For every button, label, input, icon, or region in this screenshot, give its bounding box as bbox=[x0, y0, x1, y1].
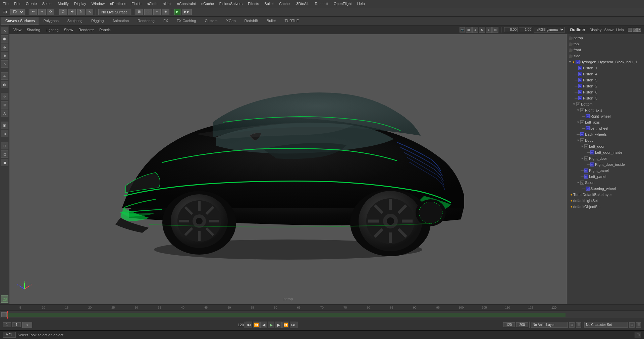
body-collapse-icon[interactable]: ▼ bbox=[577, 139, 580, 142]
vp-icon-isolate[interactable]: ◎ bbox=[492, 27, 498, 33]
menu-display[interactable]: Display bbox=[71, 1, 89, 6]
tab-curves-surfaces[interactable]: Curves / Surfaces bbox=[1, 17, 39, 25]
step-back-btn[interactable]: ◀ bbox=[260, 322, 267, 328]
menu-nhair[interactable]: nHair bbox=[160, 1, 174, 6]
status-right-btn[interactable]: ⊞ bbox=[635, 332, 641, 338]
outliner-row-left-door[interactable]: ▼ G Left_door bbox=[567, 143, 644, 149]
rotate-tool[interactable]: ↻ bbox=[1, 52, 8, 59]
outliner-row-piston6[interactable]: — M Piston_6 bbox=[567, 89, 644, 95]
jump-end-btn[interactable]: ⏭ bbox=[290, 322, 297, 328]
snap-tool[interactable]: ⊹ bbox=[1, 93, 8, 100]
scale-tool-btn[interactable]: ⤡ bbox=[86, 9, 93, 15]
outliner-row-body[interactable]: ▼ G Body bbox=[567, 137, 644, 143]
jump-start-btn[interactable]: ⏮ bbox=[246, 322, 252, 328]
measure-tool[interactable]: ⊞ bbox=[1, 101, 8, 109]
tab-sculpting[interactable]: Sculpting bbox=[63, 17, 87, 25]
tab-polygons[interactable]: Polygons bbox=[39, 17, 62, 25]
tab-turtle[interactable]: TURTLE bbox=[280, 17, 303, 25]
left-door-collapse-icon[interactable]: ▼ bbox=[581, 145, 584, 148]
vp-menu-renderer[interactable]: Renderer bbox=[76, 27, 96, 32]
outliner-row-right-axis[interactable]: ▼ G Right_axis bbox=[567, 107, 644, 113]
outliner-row-turtle[interactable]: ✦ TurtleDefaultBakeLayer bbox=[567, 192, 644, 198]
redo-btn[interactable]: ↪ bbox=[38, 9, 46, 15]
mel-tab[interactable]: MEL bbox=[3, 332, 16, 338]
tab-animation[interactable]: Animation bbox=[108, 17, 133, 25]
vp-menu-panels[interactable]: Panels bbox=[97, 27, 113, 32]
outliner-row-piston4[interactable]: — M Piston_4 bbox=[567, 71, 644, 77]
char-set-input[interactable]: No Character Set bbox=[584, 322, 628, 328]
outliner-row-right-door-inside[interactable]: — M Right_door_inside bbox=[567, 161, 644, 167]
outliner-camera-persp[interactable]: 🎥 persp bbox=[567, 35, 644, 41]
menu-help[interactable]: Help bbox=[355, 1, 368, 6]
render-region-tool[interactable]: ▣ bbox=[1, 122, 8, 129]
outliner-row-piston5[interactable]: — M Piston_5 bbox=[567, 77, 644, 83]
tab-custom[interactable]: Custom bbox=[201, 17, 222, 25]
snap-point-btn[interactable]: ⊹ bbox=[153, 9, 161, 15]
play-btn[interactable]: ▶ bbox=[268, 322, 274, 328]
outliner-row-piston3[interactable]: — M Piston_3 bbox=[567, 95, 644, 101]
select-tool[interactable]: ↖ bbox=[1, 27, 8, 34]
next-key-btn[interactable]: ⏩ bbox=[282, 322, 289, 328]
current-frame-input-left[interactable] bbox=[12, 322, 21, 327]
vp-icon-shade1[interactable]: 4 bbox=[472, 27, 478, 33]
right-door-collapse-icon[interactable]: ▼ bbox=[581, 157, 584, 160]
viewport[interactable]: View Shading Lighting Show Renderer Pane… bbox=[9, 25, 567, 304]
menu-create[interactable]: Create bbox=[23, 1, 40, 6]
outliner-row-bottom[interactable]: ▼ G Bottom bbox=[567, 101, 644, 107]
show-manipulator-tool[interactable]: ⊕ bbox=[1, 130, 8, 137]
outliner-row-right-panel[interactable]: — M Right_panel bbox=[567, 167, 644, 174]
outliner-row-steering-wheel[interactable]: — M Steering_wheel bbox=[567, 186, 644, 192]
menu-3dto-all[interactable]: -3DtoAll- bbox=[292, 1, 312, 6]
tab-fx[interactable]: FX bbox=[159, 17, 172, 25]
vp-icon-shade3[interactable]: 6 bbox=[486, 27, 492, 33]
menu-bullet[interactable]: Bullet bbox=[262, 1, 276, 6]
bottom-collapse-icon[interactable]: ▼ bbox=[573, 103, 576, 106]
vp-icon-grid[interactable]: ⊞ bbox=[466, 27, 472, 33]
scale-tool[interactable]: ⤡ bbox=[1, 60, 8, 68]
paint-tool[interactable]: ✏ bbox=[1, 72, 8, 80]
frame-max-input[interactable] bbox=[516, 322, 528, 327]
outliner-row-right-door[interactable]: ▼ G Right_door bbox=[567, 155, 644, 161]
char-set-icon-btn2[interactable]: ☰ bbox=[636, 322, 641, 328]
menu-fields-solvers[interactable]: Fields/Solvers bbox=[217, 1, 245, 6]
outliner-row-root[interactable]: ▼ ✦ M Hydrogen_Hypercar_Black_ncl1_1 bbox=[567, 59, 644, 65]
vp-icon-shade2[interactable]: 5 bbox=[479, 27, 485, 33]
move-tool-btn[interactable]: ✛ bbox=[68, 9, 76, 15]
salon-collapse-icon[interactable]: ▼ bbox=[577, 181, 580, 184]
vp-menu-show[interactable]: Show bbox=[62, 27, 75, 32]
step-fwd-btn[interactable]: ▶ bbox=[275, 322, 282, 328]
vp-color-space-select[interactable]: sRGB gamma bbox=[534, 27, 565, 32]
outliner-row-piston1[interactable]: — M Piston_1 bbox=[567, 65, 644, 71]
menu-effects[interactable]: Effects bbox=[245, 1, 262, 6]
outliner-close-btn[interactable]: × bbox=[637, 28, 641, 32]
menu-nconstraint[interactable]: nConstraint bbox=[174, 1, 199, 6]
outliner-menu-show[interactable]: Show bbox=[604, 28, 613, 32]
char-set-icon-btn[interactable]: ⊞ bbox=[629, 322, 635, 328]
outliner-menu-display[interactable]: Display bbox=[589, 28, 601, 32]
outliner-row-left-panel[interactable]: — M Left_panel bbox=[567, 174, 644, 180]
anim-layer-icon-btn[interactable]: ⊞ bbox=[569, 322, 575, 328]
menu-select[interactable]: Select bbox=[40, 1, 55, 6]
menu-openflight[interactable]: OpenFlight bbox=[331, 1, 355, 6]
snap-grid-btn[interactable]: ⊞ bbox=[136, 9, 143, 15]
timeline-track[interactable] bbox=[0, 311, 644, 319]
smooth-shade-tool[interactable]: ◼ bbox=[1, 159, 8, 166]
frame-start-input[interactable] bbox=[3, 322, 11, 327]
anim-layer-icon-btn2[interactable]: ☰ bbox=[576, 322, 581, 328]
lasso-select-tool[interactable]: ⬟ bbox=[1, 35, 8, 43]
root-collapse-icon[interactable]: ▼ bbox=[569, 60, 572, 64]
render-btn[interactable]: ▶ bbox=[174, 9, 180, 15]
tab-rendering[interactable]: Rendering bbox=[133, 17, 159, 25]
frame-end-display-input[interactable] bbox=[503, 322, 515, 327]
select-tool-btn[interactable]: ⬡ bbox=[59, 9, 67, 15]
fx-dropdown[interactable]: FX bbox=[10, 9, 24, 15]
tab-redshift[interactable]: Redshift bbox=[240, 17, 262, 25]
render-seq-btn[interactable]: ▶▶ bbox=[182, 9, 192, 15]
outliner-row-left-door-inside[interactable]: — M Left_door_inside bbox=[567, 149, 644, 155]
outliner-maximize-btn[interactable]: □ bbox=[633, 28, 637, 32]
move-tool[interactable]: ✛ bbox=[1, 44, 8, 51]
grid-display-tool[interactable]: ⊟ bbox=[1, 142, 8, 149]
menu-redshift[interactable]: Redshift bbox=[312, 1, 331, 6]
right-axis-collapse-icon[interactable]: ▼ bbox=[577, 109, 580, 112]
tb3[interactable]: ⟳ bbox=[47, 9, 54, 15]
